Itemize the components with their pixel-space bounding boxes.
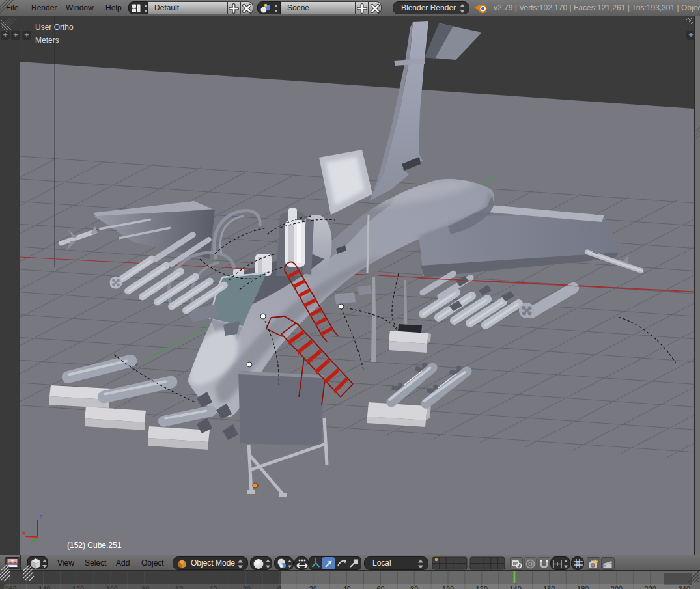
- svg-text:240: 240: [678, 585, 690, 589]
- svg-text:-160: -160: [3, 585, 17, 589]
- svg-text:220: 220: [645, 585, 656, 589]
- svg-text:-140: -140: [36, 585, 50, 589]
- svg-text:0: 0: [277, 585, 281, 589]
- svg-text:20: 20: [309, 585, 317, 589]
- svg-text:40: 40: [343, 585, 350, 589]
- svg-text:160: 160: [543, 585, 555, 589]
- svg-text:-80: -80: [139, 585, 150, 589]
- svg-text:80: 80: [410, 585, 418, 589]
- svg-text:200: 200: [611, 585, 623, 589]
- svg-text:Z: Z: [39, 514, 43, 521]
- svg-text:100: 100: [442, 585, 454, 589]
- svg-text:User Ortho: User Ortho: [35, 23, 74, 32]
- svg-text:Meters: Meters: [35, 36, 59, 45]
- svg-text:140: 140: [509, 585, 521, 589]
- svg-text:-20: -20: [240, 585, 251, 589]
- svg-text:180: 180: [577, 585, 589, 589]
- svg-text:(152) Cube.251: (152) Cube.251: [67, 541, 122, 550]
- svg-text:-100: -100: [104, 585, 118, 589]
- svg-text:-40: -40: [206, 585, 217, 589]
- svg-text:-120: -120: [70, 585, 84, 589]
- svg-text:120: 120: [476, 585, 488, 589]
- svg-text:60: 60: [376, 585, 384, 589]
- svg-text:X: X: [22, 530, 26, 536]
- svg-text:-60: -60: [173, 585, 184, 589]
